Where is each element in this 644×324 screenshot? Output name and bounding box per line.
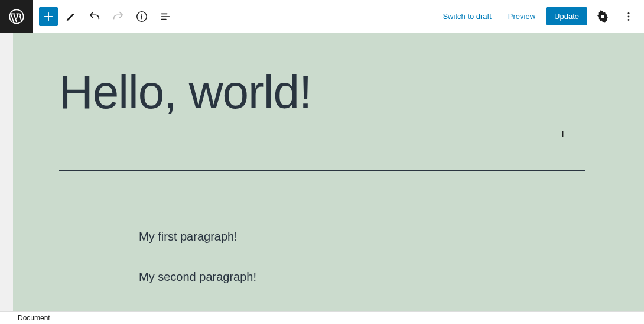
paragraph-block[interactable]: My first paragraph! xyxy=(139,228,505,245)
breadcrumb-document[interactable]: Document xyxy=(18,314,50,322)
list-outline-icon xyxy=(159,10,172,23)
paragraph-block[interactable]: My second paragraph! xyxy=(139,268,505,285)
add-block-button[interactable] xyxy=(39,7,58,26)
wordpress-logo[interactable] xyxy=(0,0,33,33)
svg-point-5 xyxy=(628,19,630,21)
toolbar-left-group xyxy=(33,6,176,27)
pencil-icon xyxy=(64,10,77,23)
block-breadcrumb-bar: Document xyxy=(0,311,644,324)
svg-point-2 xyxy=(601,15,604,18)
more-vertical-icon xyxy=(622,10,635,23)
scrollbar-track[interactable] xyxy=(0,33,13,311)
post-content: My first paragraph! My second paragraph! xyxy=(139,171,505,285)
redo-button[interactable] xyxy=(108,6,129,27)
details-button[interactable] xyxy=(131,6,152,27)
update-button[interactable]: Update xyxy=(546,7,587,25)
settings-button[interactable] xyxy=(592,6,613,27)
svg-point-4 xyxy=(628,15,630,17)
plus-icon xyxy=(42,10,55,23)
preview-button[interactable]: Preview xyxy=(502,8,541,24)
editor-toolbar: Switch to draft Preview Update xyxy=(0,0,644,33)
post-title[interactable]: Hello, world! xyxy=(59,66,585,118)
editor-canvas[interactable]: Hello, world! My first paragraph! My sec… xyxy=(0,33,644,311)
wordpress-icon xyxy=(8,8,25,25)
edit-mode-button[interactable] xyxy=(60,6,82,27)
cover-block[interactable]: Hello, world! My first paragraph! My sec… xyxy=(59,66,585,285)
svg-point-3 xyxy=(628,12,630,14)
switch-to-draft-button[interactable]: Switch to draft xyxy=(437,8,497,24)
undo-button[interactable] xyxy=(84,6,105,27)
info-icon xyxy=(135,10,148,23)
redo-icon xyxy=(112,10,125,23)
gear-icon xyxy=(596,10,609,23)
outline-button[interactable] xyxy=(155,6,176,27)
more-options-button[interactable] xyxy=(618,6,639,27)
toolbar-right-group: Switch to draft Preview Update xyxy=(437,6,639,27)
undo-icon xyxy=(88,10,101,23)
